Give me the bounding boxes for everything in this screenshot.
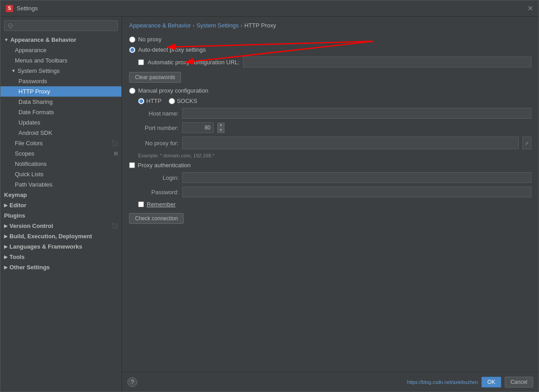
auto-detect-row: Auto-detect proxy settings (129, 46, 531, 53)
auto-detect-label: Auto-detect proxy settings (138, 46, 206, 53)
sidebar-item-date-formats[interactable]: Date Formats (0, 107, 121, 117)
sidebar-item-scopes[interactable]: Scopes ⊞ (0, 148, 121, 159)
example-text: Example: *.domain.com, 192.168.* (138, 153, 531, 158)
other-settings-label: Other Settings (9, 264, 50, 271)
auto-config-url-input[interactable] (243, 57, 531, 67)
proxy-settings-content: No proxy Auto-detect proxy settings Auto… (122, 32, 539, 372)
main-content: ▼ Appearance & Behavior Appearance Menus… (0, 17, 539, 392)
http-label: HTTP (146, 98, 162, 104)
sidebar-group-editor[interactable]: ▶ Editor (0, 200, 121, 210)
http-radio[interactable] (138, 98, 144, 104)
port-decrement-button[interactable]: ▼ (217, 128, 225, 133)
sidebar-group-version-control[interactable]: ▶ Version Control ⬛ (0, 221, 121, 231)
clear-passwords-button[interactable]: Clear passwords (129, 72, 181, 83)
sidebar-subgroup-system-settings[interactable]: ▼ System Settings (0, 66, 121, 76)
password-input[interactable] (182, 187, 531, 197)
languages-label: Languages & Frameworks (9, 243, 82, 250)
main-panel: Appearance & Behavior › System Settings … (122, 17, 539, 372)
sidebar-item-notifications[interactable]: Notifications (0, 159, 121, 169)
sidebar-item-keymap[interactable]: Keymap (0, 190, 121, 200)
app-icon: S (6, 5, 13, 12)
breadcrumb-part3: HTTP Proxy (244, 22, 276, 29)
cancel-button[interactable]: Cancel (505, 377, 533, 388)
sidebar-item-android-sdk[interactable]: Android SDK (0, 128, 121, 138)
proxy-auth-label: Proxy authentication (138, 162, 191, 169)
no-proxy-radio[interactable] (129, 36, 135, 43)
port-number-label: Port number: (138, 125, 179, 131)
breadcrumb-part1[interactable]: Appearance & Behavior (129, 22, 191, 29)
sidebar-item-appearance[interactable]: Appearance (0, 45, 121, 55)
no-proxy-label: No proxy (138, 36, 162, 43)
remember-label[interactable]: Remember (147, 201, 175, 208)
host-name-input[interactable] (182, 108, 531, 119)
sidebar-group-appearance-behavior[interactable]: ▼ Appearance & Behavior (0, 35, 121, 45)
auto-detect-radio[interactable] (129, 47, 135, 53)
proxy-auth-checkbox[interactable] (129, 162, 135, 168)
no-proxy-for-input[interactable] (182, 137, 519, 149)
file-colors-icon: ⬛ (112, 140, 118, 146)
sidebar-item-file-colors[interactable]: File Colors ⬛ (0, 138, 121, 148)
breadcrumb-sep1: › (193, 22, 194, 29)
bottom-right: https://blog.csdn.net/axiebuzhen OK Canc… (407, 377, 533, 388)
sidebar-item-updates[interactable]: Updates (0, 117, 121, 128)
search-input[interactable] (4, 20, 118, 31)
breadcrumb-part2[interactable]: System Settings (197, 22, 239, 29)
port-number-input[interactable] (182, 122, 214, 133)
breadcrumb-sep2: › (241, 22, 243, 29)
version-control-icon: ⬛ (112, 223, 118, 229)
sidebar-group-label: Appearance & Behavior (10, 36, 76, 43)
sidebar-item-quick-lists[interactable]: Quick Lists (0, 169, 121, 179)
bottom-bar: ? https://blog.csdn.net/axiebuzhen OK Ca… (122, 372, 539, 392)
no-proxy-row: No proxy (129, 36, 531, 43)
manual-proxy-radio[interactable] (129, 88, 135, 94)
sidebar: ▼ Appearance & Behavior Appearance Menus… (0, 17, 122, 392)
sidebar-group-other-settings[interactable]: ▶ Other Settings (0, 262, 121, 272)
login-input[interactable] (182, 172, 531, 183)
sidebar-item-menus-toolbars[interactable]: Menus and Toolbars (0, 55, 121, 66)
no-proxy-expand-button[interactable]: ⤢ (522, 137, 531, 149)
editor-arrow-icon: ▶ (4, 203, 8, 208)
socks-radio[interactable] (169, 98, 175, 104)
check-connection-button[interactable]: Check connection (129, 213, 184, 224)
proxy-auth-row: Proxy authentication (129, 162, 531, 169)
password-row: Password: (138, 187, 531, 197)
build-label: Build, Execution, Deployment (9, 233, 92, 240)
http-option[interactable]: HTTP (138, 98, 162, 104)
auto-config-url-row: Automatic proxy configuration URL: (138, 57, 531, 67)
close-button[interactable]: ✕ (527, 4, 533, 13)
sidebar-item-path-variables[interactable]: Path Variables (0, 179, 121, 190)
sidebar-group-build[interactable]: ▶ Build, Execution, Deployment (0, 231, 121, 241)
sidebar-group-languages[interactable]: ▶ Languages & Frameworks (0, 241, 121, 252)
help-button[interactable]: ? (127, 377, 137, 387)
scopes-icon: ⊞ (114, 151, 118, 156)
breadcrumb: Appearance & Behavior › System Settings … (122, 17, 539, 32)
protocol-options: HTTP SOCKS (138, 98, 531, 104)
port-number-row: Port number: ▲ ▼ (138, 122, 531, 133)
socks-option[interactable]: SOCKS (169, 98, 198, 104)
window-title: Settings (17, 5, 38, 12)
sidebar-item-plugins[interactable]: Plugins (0, 210, 121, 221)
password-label: Password: (138, 189, 179, 196)
auto-config-url-label: Automatic proxy configuration URL: (148, 59, 239, 66)
system-settings-label: System Settings (18, 67, 60, 74)
ok-button[interactable]: OK (481, 377, 501, 388)
login-label: Login: (138, 174, 179, 181)
system-settings-arrow-icon: ▼ (11, 68, 16, 73)
languages-arrow-icon: ▶ (4, 244, 8, 249)
sidebar-item-data-sharing[interactable]: Data Sharing (0, 97, 121, 107)
port-increment-button[interactable]: ▲ (217, 123, 225, 128)
tools-arrow-icon: ▶ (4, 254, 8, 259)
version-control-arrow-icon: ▶ (4, 223, 8, 228)
auto-config-url-checkbox[interactable] (138, 59, 144, 65)
port-spinner: ▲ ▼ (217, 123, 225, 133)
tools-label: Tools (9, 254, 25, 260)
plugins-label: Plugins (4, 212, 25, 219)
sidebar-item-passwords[interactable]: Passwords (0, 76, 121, 86)
manual-proxy-label: Manual proxy configuration (138, 87, 208, 94)
remember-checkbox[interactable] (138, 201, 144, 207)
sidebar-item-http-proxy[interactable]: HTTP Proxy (0, 86, 121, 97)
sidebar-group-tools[interactable]: ▶ Tools (0, 252, 121, 262)
editor-label: Editor (9, 202, 27, 209)
title-bar: S Settings ✕ (0, 0, 539, 17)
version-control-label: Version Control (9, 223, 53, 229)
